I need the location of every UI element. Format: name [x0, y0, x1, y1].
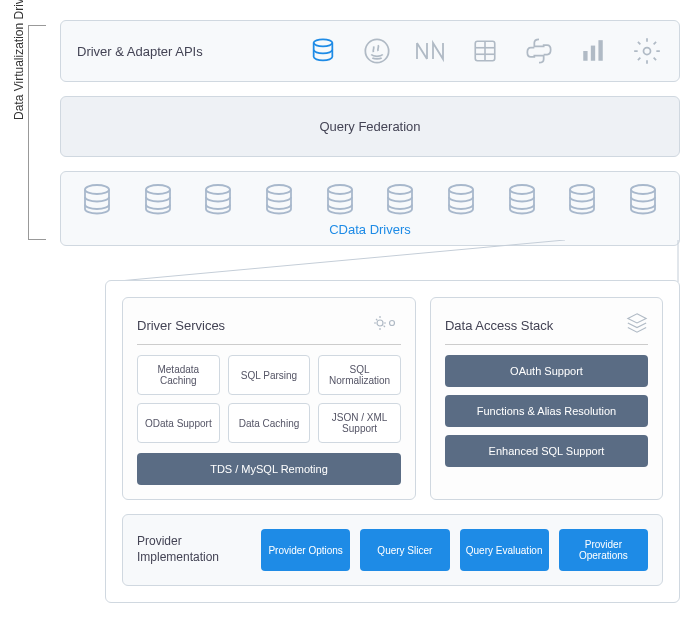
service-chip: SQL Normalization: [318, 355, 401, 395]
access-bar: Functions & Alias Resolution: [445, 395, 648, 427]
remoting-bar: TDS / MySQL Remoting: [137, 453, 401, 485]
svg-point-19: [631, 185, 655, 194]
service-chip: Metadata Caching: [137, 355, 220, 395]
svg-point-22: [377, 320, 383, 326]
svg-point-10: [85, 185, 109, 194]
provider-label: Provider Implementation: [137, 534, 247, 565]
access-bar: OAuth Support: [445, 355, 648, 387]
apis-label: Driver & Adapter APIs: [77, 44, 203, 59]
layers-icon: [626, 312, 648, 338]
top-layers: Driver & Adapter APIs Query Federation d…: [60, 20, 680, 260]
federation-box: Query Federation: [60, 96, 680, 157]
svg-point-0: [314, 39, 333, 46]
svg-point-11: [146, 185, 170, 194]
provider-chip: Query Slicer: [360, 529, 449, 571]
svg-point-15: [388, 185, 412, 194]
service-chip: OData Support: [137, 403, 220, 443]
service-chip: Data Caching: [228, 403, 311, 443]
python-icon: [523, 35, 555, 67]
database-icon: [307, 35, 339, 67]
data-access-title: Data Access Stack: [445, 318, 553, 333]
access-bar: Enhanced SQL Support: [445, 435, 648, 467]
drivers-label: CData Drivers: [77, 222, 663, 237]
provider-chip: Provider Operations: [559, 529, 648, 571]
svg-point-17: [510, 185, 534, 194]
driver-services-title: Driver Services: [137, 318, 225, 333]
service-chip: SQL Parsing: [228, 355, 311, 395]
svg-point-18: [570, 185, 594, 194]
db-row: document.write(Array(10).fill('<svg widt…: [77, 182, 663, 218]
svg-point-14: [328, 185, 352, 194]
svg-point-23: [389, 321, 394, 326]
java-icon: [361, 35, 393, 67]
services-grid: Metadata Caching SQL Parsing SQL Normali…: [137, 355, 401, 443]
provider-chip: Query Evaluation: [460, 529, 549, 571]
provider-chips: Provider Options Query Slicer Query Eval…: [261, 529, 648, 571]
svg-rect-8: [598, 40, 602, 61]
svg-point-16: [449, 185, 473, 194]
gear-icon: [631, 35, 663, 67]
svg-point-12: [206, 185, 230, 194]
service-chip: JSON / XML Support: [318, 403, 401, 443]
powerbi-icon: [577, 35, 609, 67]
svg-point-13: [267, 185, 291, 194]
data-access-panel: Data Access Stack OAuth Support Function…: [430, 297, 663, 500]
vertical-label: Data Virtualization Driver: [12, 0, 26, 120]
svg-rect-6: [583, 51, 587, 61]
bracket: [28, 25, 46, 240]
provider-row: Provider Implementation Provider Options…: [122, 514, 663, 586]
svg-rect-7: [591, 46, 595, 61]
dotnet-icon: [415, 35, 447, 67]
driver-services-panel: Driver Services Metadata Caching SQL Par…: [122, 297, 416, 500]
detail-container: Driver Services Metadata Caching SQL Par…: [105, 280, 680, 603]
apis-icons: [307, 35, 663, 67]
apis-box: Driver & Adapter APIs: [60, 20, 680, 82]
provider-chip: Provider Options: [261, 529, 350, 571]
svg-marker-24: [628, 314, 646, 323]
gears-icon: [371, 312, 401, 338]
table-icon: [469, 35, 501, 67]
svg-point-9: [644, 48, 651, 55]
drivers-box: document.write(Array(10).fill('<svg widt…: [60, 171, 680, 246]
